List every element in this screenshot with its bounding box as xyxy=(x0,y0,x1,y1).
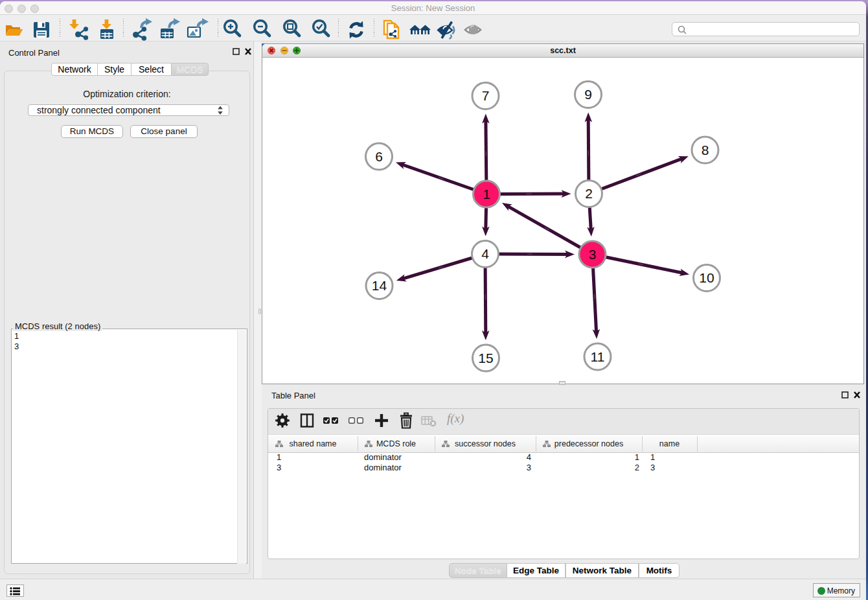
svg-text:15: 15 xyxy=(478,351,493,365)
svg-text:2: 2 xyxy=(585,186,593,201)
svg-text:4: 4 xyxy=(481,246,489,261)
svg-text:10: 10 xyxy=(699,270,714,285)
svg-text:9: 9 xyxy=(584,87,592,102)
svg-text:6: 6 xyxy=(375,149,383,164)
svg-text:14: 14 xyxy=(372,278,387,293)
svg-text:8: 8 xyxy=(702,143,709,157)
svg-text:7: 7 xyxy=(482,88,490,103)
svg-text:1: 1 xyxy=(483,187,490,202)
svg-text:3: 3 xyxy=(589,247,597,262)
svg-text:11: 11 xyxy=(591,349,605,364)
